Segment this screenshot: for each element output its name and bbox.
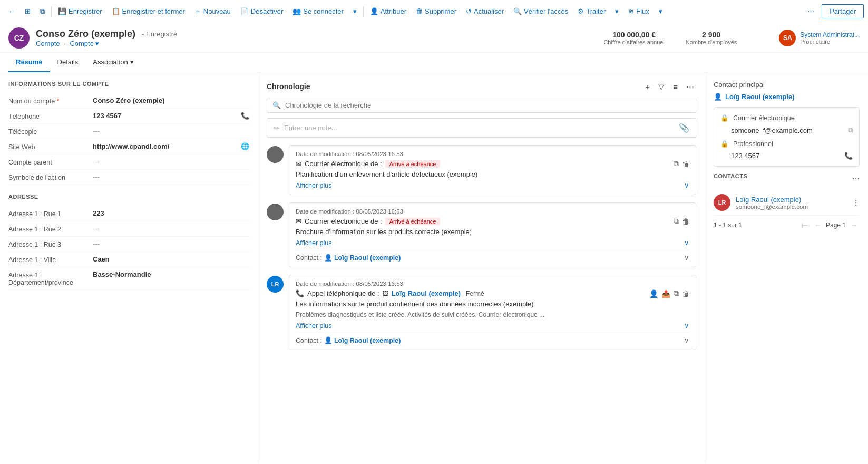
pagination-next-button[interactable]: → [848, 220, 860, 230]
assign-button[interactable]: 👤 Attribuer [366, 5, 411, 17]
entry-3-delete-button[interactable]: 🗑 [682, 289, 689, 298]
entry-1-delete-button[interactable]: 🗑 [682, 159, 689, 168]
timeline-more-button[interactable]: ⋯ [684, 81, 696, 92]
pagination-buttons: ⊢ ← Page 1 → [799, 220, 860, 230]
phone-call-icon[interactable]: 📞 [844, 152, 853, 160]
refresh-button[interactable]: ↺ Actualiser [462, 5, 508, 17]
field-website-value[interactable]: http://www.cpandl.com/ 🌐 [93, 142, 249, 150]
contact-item-name[interactable]: Loïg Raoul (exemple) [736, 196, 847, 204]
entry-1-more[interactable]: Afficher plus ∨ [296, 181, 689, 189]
note-placeholder[interactable]: Entrer une note... [284, 124, 337, 132]
field-street3-value[interactable]: --- [93, 240, 249, 248]
record-status: - Enregistré [142, 30, 177, 38]
entry-3-contact-link[interactable]: Loïg Raoul (exemple) [334, 337, 401, 344]
timeline-filter-button[interactable]: ▽ [656, 81, 667, 92]
field-phone-value[interactable]: 123 4567 📞 [93, 112, 249, 120]
back-button[interactable]: ← [4, 5, 19, 17]
field-stock-symbol-value[interactable]: --- [93, 173, 249, 181]
timeline-search-input[interactable] [285, 101, 690, 109]
field-street1-value[interactable]: 223 [93, 209, 249, 217]
field-phone: Téléphone 123 4567 📞 [8, 109, 249, 124]
grid-icon: ⊞ [25, 7, 31, 15]
note-bar: ✏ Entrer une note... 📎 [267, 118, 696, 138]
timeline-title: Chronologie [267, 82, 643, 91]
entry-1-badge: Arrivé à échéance [385, 160, 441, 168]
entry-2-card: Date de modification : 08/05/2023 16:53 … [289, 202, 696, 267]
field-parent-account-value[interactable]: --- [93, 158, 249, 166]
process-dropdown-button[interactable]: ▾ [611, 5, 623, 17]
contact-item-info: Loïg Raoul (exemple) someone_f@example.c… [736, 196, 847, 210]
breadcrumb-link2[interactable]: Compte ▾ [70, 40, 99, 47]
contact-item-more-button[interactable]: ⋮ [852, 198, 860, 207]
entry-2-actions: ⧉ 🗑 [674, 217, 689, 226]
flux-button[interactable]: ≋ Flux [624, 5, 654, 17]
contact-principal-link[interactable]: 👤 Loïg Raoul (exemple) [714, 93, 860, 101]
process-button[interactable]: ⚙ Traiter [573, 5, 610, 17]
entry-3-person-link[interactable]: Loïg Raoul (exemple) [392, 289, 461, 297]
owner-name[interactable]: System Administrat... [800, 31, 860, 38]
pagination-prev-button[interactable]: ← [812, 220, 824, 230]
entry-2-date: Date de modification : 08/05/2023 16:53 [296, 208, 689, 215]
entry-2-contact-link[interactable]: Loïg Raoul (exemple) [334, 254, 401, 262]
breadcrumb-link1[interactable]: Compte [36, 40, 60, 47]
flux-dropdown-button[interactable]: ▾ [655, 5, 667, 17]
field-state-value[interactable]: Basse-Normandie [93, 270, 249, 278]
timeline-actions: + ▽ ≡ ⋯ [643, 81, 696, 92]
tabs-bar: Résumé Détails Association ▾ [0, 53, 868, 72]
entry-3-assign-button[interactable]: 👤 [649, 289, 658, 298]
field-stock-symbol: Symbole de l'action --- [8, 170, 249, 185]
entry-2-more[interactable]: Afficher plus ∨ [296, 239, 689, 247]
attach-icon[interactable]: 📎 [679, 123, 689, 133]
save-close-icon: 📋 [112, 7, 120, 15]
save-button[interactable]: 💾 Enregistrer [54, 5, 106, 17]
main-layout: INFORMATIONS SUR LE COMPTE Nom du compte… [0, 72, 868, 462]
account-section-title: INFORMATIONS SUR LE COMPTE [8, 81, 249, 87]
pagination-first-button[interactable]: ⊢ [799, 220, 810, 230]
phone-value-row: 123 4567 📞 [731, 152, 853, 160]
connect-button[interactable]: 👥 Se connecter [288, 5, 348, 17]
separator1 [51, 6, 52, 17]
more-button[interactable]: ⋯ [803, 5, 818, 17]
tab-association[interactable]: Association ▾ [85, 53, 141, 72]
center-panel: Chronologie + ▽ ≡ ⋯ 🔍 ✏ Entrer une note.… [258, 72, 705, 462]
grid-button[interactable]: ⊞ [21, 5, 35, 17]
entry-1-avatar [267, 146, 284, 163]
entry-3-copy-button[interactable]: ⧉ [674, 289, 679, 298]
kpi-employees-value: 2 900 [686, 31, 737, 39]
entry-3-type-icon: 📞 [296, 289, 304, 297]
record-name: Conso Zéro (exemple) [36, 28, 135, 40]
entry-3-more[interactable]: Afficher plus ∨ [296, 322, 689, 330]
entry-3-share-button[interactable]: 📤 [661, 289, 670, 298]
timeline-entry-2: Date de modification : 08/05/2023 16:53 … [267, 202, 696, 267]
entry-2-copy-button[interactable]: ⧉ [674, 217, 679, 226]
timeline-header: Chronologie + ▽ ≡ ⋯ [267, 81, 696, 92]
contacts-more-button[interactable]: ⋯ [852, 175, 860, 183]
save-close-button[interactable]: 📋 Enregistrer et fermer [108, 5, 189, 17]
timeline-add-button[interactable]: + [643, 81, 652, 92]
entry-1-copy-button[interactable]: ⧉ [674, 159, 679, 168]
entry-3-expand-icon: ∨ [684, 322, 689, 330]
entry-2-avatar [267, 204, 284, 220]
field-city: Adresse 1 : Ville Caen [8, 252, 249, 267]
entry-1-type-label: Courrier électronique de : [305, 160, 382, 168]
record-info: Conso Zéro (exemple) - Enregistré Compte… [36, 28, 177, 47]
tab-details[interactable]: Détails [50, 53, 86, 72]
field-account-name-value[interactable]: Conso Zéro (exemple) [93, 96, 249, 104]
entry-2-delete-button[interactable]: 🗑 [682, 217, 689, 226]
entry-2-desc: Brochure d'information sur les produits … [296, 228, 689, 236]
connect-dropdown-button[interactable]: ▾ [349, 5, 361, 17]
window-button[interactable]: ⧉ [36, 5, 49, 18]
share-button[interactable]: Partager [822, 4, 864, 18]
delete-button[interactable]: 🗑 Supprimer [412, 5, 461, 17]
field-fax-value[interactable]: --- [93, 127, 249, 135]
timeline-list-button[interactable]: ≡ [671, 81, 680, 92]
email-copy-icon[interactable]: ⧉ [848, 126, 853, 134]
verify-button[interactable]: 🔍 Vérifier l'accès [509, 5, 572, 17]
new-button[interactable]: ＋ Nouveau [190, 5, 235, 18]
field-city-value[interactable]: Caen [93, 255, 249, 263]
field-fax-label: Télécopie [8, 127, 93, 136]
deactivate-button[interactable]: 📄 Désactiver [236, 5, 287, 17]
tab-resume[interactable]: Résumé [8, 53, 50, 72]
email-row-header: 🔒 Courrier électronique [720, 114, 853, 122]
field-street2-value[interactable]: --- [93, 225, 249, 233]
